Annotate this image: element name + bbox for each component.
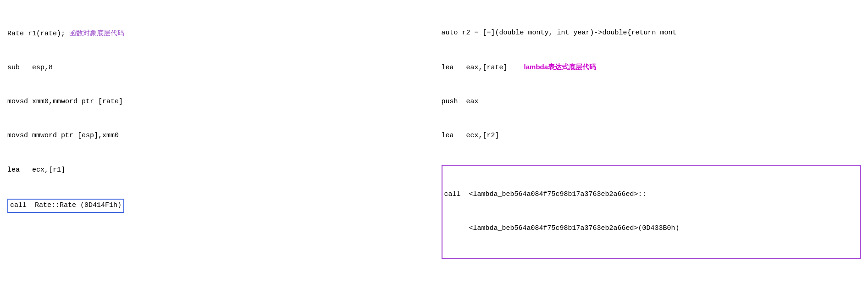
code-line: movsd xmm0,mmword ptr [rate] bbox=[7, 96, 427, 108]
main-container: Rate r1(rate); 函数对象底层代码 sub esp,8 movsd … bbox=[7, 5, 861, 301]
code-line: sub esp,8 bbox=[7, 62, 427, 74]
code-line: auto r2 = [=](double monty, int year)->d… bbox=[442, 28, 861, 39]
lambda-label: lambda表达式底层代码 bbox=[524, 63, 597, 71]
right-section1: auto r2 = [=](double monty, int year)->d… bbox=[442, 5, 861, 282]
code-text: Rate r1(rate); bbox=[7, 30, 69, 38]
code-line bbox=[7, 267, 427, 278]
code-line: call <lambda_beb564a084f75c98b17a3763eb2… bbox=[444, 189, 858, 201]
left-section2: r1(10000, 2); push 2 sub esp,8 movsd xmm… bbox=[7, 244, 427, 301]
code-line: lea ecx,[r1] bbox=[7, 165, 427, 176]
left-section1: Rate r1(rate); 函数对象底层代码 sub esp,8 movsd … bbox=[7, 5, 427, 235]
code-line: lea ecx,[r2] bbox=[442, 130, 861, 142]
code-line: <lambda_beb564a084f75c98b17a3763eb2a66ed… bbox=[444, 223, 858, 234]
right-column: auto r2 = [=](double monty, int year)->d… bbox=[442, 5, 861, 301]
code-text: lea eax,[rate] bbox=[442, 64, 524, 72]
call-lambda-box1: call <lambda_beb564a084f75c98b17a3763eb2… bbox=[442, 165, 861, 259]
section1-label: 函数对象底层代码 bbox=[69, 29, 124, 37]
code-line: push eax bbox=[442, 96, 861, 108]
code-line: Rate r1(rate); 函数对象底层代码 bbox=[7, 28, 427, 40]
left-column: Rate r1(rate); 函数对象底层代码 sub esp,8 movsd … bbox=[7, 5, 427, 301]
code-line: movsd mmword ptr [esp],xmm0 bbox=[7, 130, 427, 142]
right-section2: r2(10000, 2); push 2 sub esp,8 movsd xmm… bbox=[442, 290, 861, 301]
call-rate-rate: call Rate::Rate (0D414F1h) bbox=[7, 199, 124, 213]
code-line-boxed: call Rate::Rate (0D414F1h) bbox=[7, 199, 427, 213]
code-line: lea eax,[rate] lambda表达式底层代码 bbox=[442, 61, 861, 74]
